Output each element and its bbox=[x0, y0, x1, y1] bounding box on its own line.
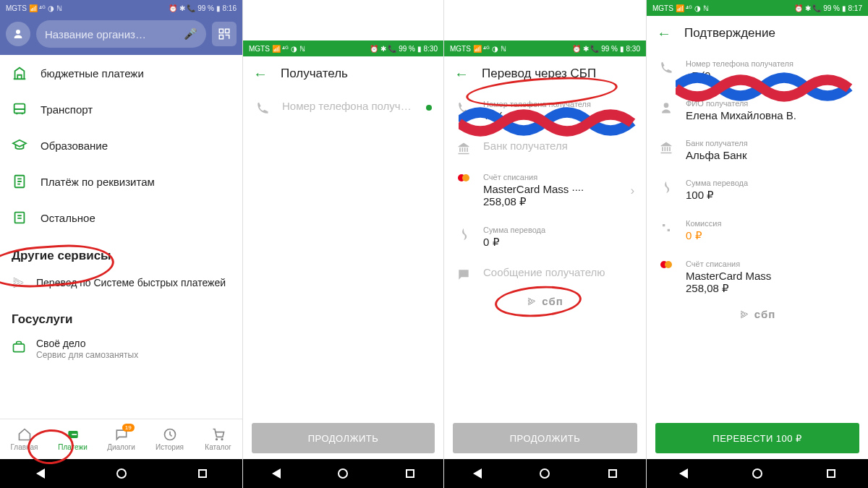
back-button[interactable]: ← bbox=[454, 66, 469, 82]
nav-recent[interactable] bbox=[198, 469, 207, 478]
appbar-title: Перевод через СБП bbox=[482, 67, 596, 81]
bottom-tabs: Главная Платежи 19Диалоги История Катало… bbox=[0, 419, 242, 459]
nav-back[interactable] bbox=[272, 468, 281, 479]
message-row[interactable]: Сообщение получателю bbox=[444, 257, 646, 291]
category-label: Транспорт bbox=[41, 103, 93, 116]
list-icon bbox=[12, 210, 27, 226]
category-other[interactable]: Остальное bbox=[0, 200, 242, 236]
field-value: +7 (9 bbox=[686, 69, 856, 82]
continue-button[interactable]: ПРОДОЛЖИТЬ bbox=[453, 423, 637, 453]
money-icon bbox=[456, 226, 472, 241]
back-button[interactable]: ← bbox=[253, 66, 268, 82]
status-bar: MGTS 📶 ⁴ᴳ ◑ ℕ ⏰ ✱ 📞 99 % ▮ 8:30 bbox=[243, 40, 443, 56]
dialogs-badge: 19 bbox=[122, 424, 135, 432]
category-budget[interactable]: бюджетные платежи bbox=[0, 55, 242, 91]
contacts-indicator[interactable] bbox=[426, 105, 432, 111]
category-transport[interactable]: Транспорт bbox=[0, 91, 242, 127]
nav-recent[interactable] bbox=[608, 469, 617, 478]
tab-payments[interactable]: Платежи bbox=[48, 419, 97, 459]
mastercard-icon bbox=[658, 260, 674, 268]
appbar: ← Получатель bbox=[243, 56, 443, 91]
building-icon bbox=[12, 65, 27, 81]
phone-row: Номер телефона получателя +7 (9 bbox=[647, 51, 868, 90]
sbp-transfer-row[interactable]: ⫸ Перевод по Системе быстрых платежей bbox=[0, 266, 242, 299]
nav-home[interactable] bbox=[116, 468, 127, 479]
field-value: MasterCard Mass bbox=[686, 270, 856, 282]
category-label: бюджетные платежи bbox=[41, 67, 144, 80]
screen-recipient: MGTS 📶 ⁴ᴳ ◑ ℕ ⏰ ✱ 📞 99 % ▮ 8:30 ← Получа… bbox=[243, 0, 444, 488]
phone-icon bbox=[658, 59, 674, 75]
field-balance: 258,08 ₽ bbox=[483, 195, 619, 208]
account-row: Счёт списания MasterCard Mass 258,08 ₽ bbox=[647, 251, 868, 304]
field-label: Банк получателя bbox=[686, 139, 856, 147]
field-label: Комиссия bbox=[686, 219, 856, 228]
back-button[interactable]: ← bbox=[657, 25, 671, 42]
header: Название организ… 🎤 bbox=[0, 16, 242, 55]
nav-back[interactable] bbox=[473, 468, 482, 479]
nav-home[interactable] bbox=[338, 468, 348, 479]
svg-rect-2 bbox=[219, 35, 223, 39]
percent-icon bbox=[658, 219, 674, 235]
svg-rect-6 bbox=[14, 344, 25, 352]
svg-point-9 bbox=[216, 439, 217, 440]
phone-input-row[interactable]: Номер телефона получ… bbox=[243, 91, 443, 124]
appbar-title: Получатель bbox=[281, 67, 348, 81]
fio-row: ФИО получателя Елена Михайловна В. bbox=[647, 90, 868, 130]
account-row[interactable]: Счёт списания MasterCard Mass ···· 258,0… bbox=[444, 164, 646, 217]
fee-row: Комиссия 0 ₽ bbox=[647, 210, 868, 251]
bank-row[interactable]: Банк получателя bbox=[444, 131, 646, 164]
sbp-label: Перевод по Системе быстрых платежей bbox=[36, 276, 226, 289]
bank-icon bbox=[658, 139, 674, 155]
continue-button[interactable]: ПРОДОЛЖИТЬ bbox=[252, 423, 435, 453]
tab-history[interactable]: История bbox=[145, 419, 194, 459]
android-navbar bbox=[243, 459, 443, 488]
tab-dialogs[interactable]: 19Диалоги bbox=[97, 419, 145, 459]
sbp-logo: ⫸ сбп bbox=[444, 291, 646, 312]
android-navbar bbox=[647, 459, 868, 488]
field-label: Счёт списания bbox=[483, 173, 619, 181]
nav-home[interactable] bbox=[752, 468, 762, 479]
status-bar: MGTS 📶 ⁴ᴳ ◑ ℕ ⏰ ✱ 📞 99 % ▮ 8:30 bbox=[444, 40, 646, 56]
field-value: 100 ₽ bbox=[686, 189, 856, 202]
svoe-subtitle: Сервис для самозанятых bbox=[36, 350, 138, 361]
field-balance: 258,08 ₽ bbox=[686, 282, 856, 295]
message-icon bbox=[456, 266, 472, 282]
appbar: ← Подтверждение bbox=[647, 16, 868, 51]
field-label: Сумма перевода bbox=[686, 179, 856, 187]
appbar: ← Перевод через СБП bbox=[444, 56, 646, 91]
status-right: ⏰ ✱ 📞 99 % ▮ 8:16 bbox=[169, 4, 237, 12]
field-label: Счёт списания bbox=[686, 260, 856, 268]
category-education[interactable]: Образование bbox=[0, 127, 242, 163]
field-label: Номер телефона получателя bbox=[483, 100, 634, 108]
profile-avatar[interactable] bbox=[6, 22, 30, 46]
phone-icon bbox=[456, 100, 472, 116]
field-value: Альфа Банк bbox=[686, 149, 856, 161]
nav-back[interactable] bbox=[36, 468, 45, 479]
svoe-delo-row[interactable]: Своё дело Сервис для самозанятых bbox=[0, 330, 242, 369]
appbar-title: Подтверждение bbox=[684, 26, 775, 40]
tab-catalog[interactable]: Каталог bbox=[194, 419, 242, 459]
transfer-button[interactable]: ПЕРЕВЕСТИ 100 ₽ bbox=[655, 423, 859, 453]
nav-recent[interactable] bbox=[406, 469, 414, 478]
nav-home[interactable] bbox=[540, 468, 550, 479]
mic-icon[interactable]: 🎤 bbox=[184, 27, 197, 40]
sbp-icon: ⫸ bbox=[12, 273, 26, 292]
category-requisites[interactable]: Платёж по реквизитам bbox=[0, 163, 242, 200]
tab-home[interactable]: Главная bbox=[0, 419, 48, 459]
phone-row[interactable]: Номер телефона получателя +7 ( bbox=[444, 91, 646, 131]
money-icon bbox=[658, 179, 674, 194]
category-label: Остальное bbox=[41, 212, 95, 224]
category-list: бюджетные платежи Транспорт Образование … bbox=[0, 55, 242, 419]
svoe-title: Своё дело bbox=[36, 337, 138, 350]
android-navbar bbox=[0, 459, 242, 488]
sum-row[interactable]: Сумма перевода 0 ₽ bbox=[444, 217, 646, 257]
search-input[interactable]: Название организ… 🎤 bbox=[36, 20, 206, 48]
field-label: Сумма перевода bbox=[483, 226, 634, 234]
svg-point-10 bbox=[221, 439, 223, 440]
nav-recent[interactable] bbox=[827, 469, 835, 478]
document-icon bbox=[12, 174, 27, 189]
qr-scan-button[interactable] bbox=[212, 22, 237, 46]
nav-back[interactable] bbox=[679, 468, 688, 479]
field-value: 0 ₽ bbox=[686, 229, 856, 242]
screen-sbp-transfer: MGTS 📶 ⁴ᴳ ◑ ℕ ⏰ ✱ 📞 99 % ▮ 8:30 ← Перево… bbox=[444, 0, 647, 488]
